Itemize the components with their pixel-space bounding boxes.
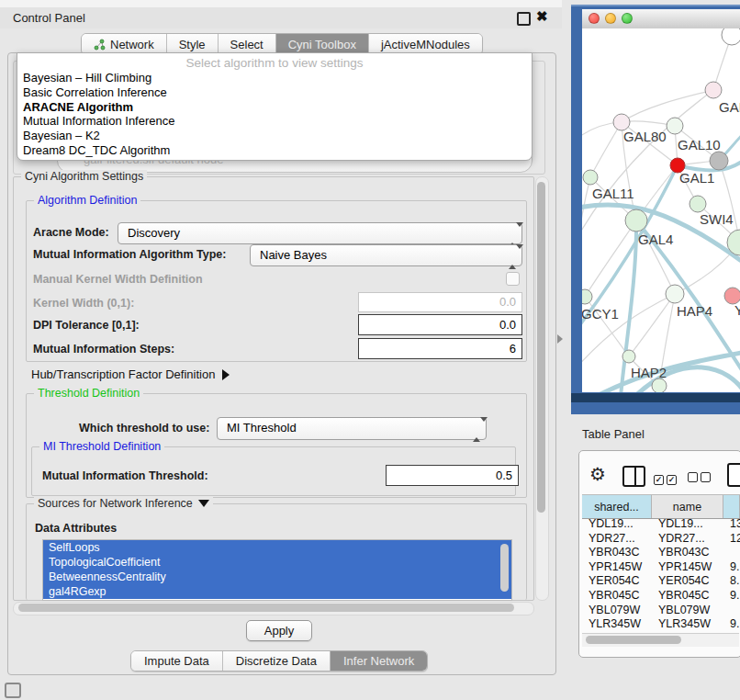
node-label: GAL10 xyxy=(678,137,721,152)
network-view-canvas[interactable]: GAL80 GAL10 GAL1 GAL11 SWI4 GAL4 HAP4 GC… xyxy=(582,28,740,392)
export-table-icon[interactable] xyxy=(727,463,740,487)
node-hap2[interactable] xyxy=(622,350,635,363)
tab-cyni-toolbox[interactable]: Cyni Toolbox xyxy=(276,34,369,54)
table-row[interactable]: YPR145W YPR145W 9. xyxy=(582,560,740,575)
tab-impute-data[interactable]: Impute Data xyxy=(131,651,223,671)
column-header-name[interactable]: name xyxy=(652,495,723,518)
aracne-mode-label: Aracne Mode: xyxy=(33,226,109,239)
node[interactable] xyxy=(722,28,740,45)
node-label: GAL80 xyxy=(623,129,667,144)
close-panel-icon[interactable]: ✖ xyxy=(536,8,548,25)
node-gal11[interactable] xyxy=(583,170,598,185)
aracne-mode-select[interactable]: Discovery xyxy=(118,222,522,244)
select-all-columns-icon[interactable]: ✓✓ xyxy=(654,469,679,486)
mi-type-select[interactable]: Naive Bayes xyxy=(250,244,522,266)
dropdown-item[interactable]: Mutual Information Inference xyxy=(21,114,528,129)
settings-vertical-scrollbar-thumb[interactable] xyxy=(537,182,545,513)
kernel-width-input[interactable]: 0.0 xyxy=(358,292,522,312)
table-row[interactable]: YBR043C YBR043C xyxy=(582,546,740,560)
list-scrollbar[interactable] xyxy=(500,544,509,592)
tab-network-label: Network xyxy=(110,38,154,51)
dpi-tolerance-input[interactable]: 0.0 xyxy=(358,314,522,335)
node-label: GCY1 xyxy=(582,306,619,322)
node-gal10[interactable] xyxy=(667,118,683,134)
tab-network[interactable]: Network xyxy=(82,34,167,54)
column-layout-icon[interactable] xyxy=(622,466,645,487)
data-attributes-label: Data Attributes xyxy=(35,522,117,535)
apply-button[interactable]: Apply xyxy=(246,620,312,641)
node-gal[interactable] xyxy=(705,82,722,98)
deselect-all-columns-icon[interactable] xyxy=(688,469,713,486)
minimize-window-icon[interactable] xyxy=(605,13,616,24)
node-gal4[interactable] xyxy=(625,209,647,231)
tab-select[interactable]: Select xyxy=(219,34,276,54)
settings-horizontal-scrollbar-thumb[interactable] xyxy=(18,604,514,612)
dropdown-item[interactable]: Bayesian – K2 xyxy=(21,129,528,143)
table-settings-gear-icon[interactable]: ⚙ xyxy=(589,463,606,485)
node-label: Y xyxy=(734,302,740,318)
cyni-bottom-tabbar: Impute Data Discretize Data Infer Networ… xyxy=(130,650,428,672)
zoom-window-icon[interactable] xyxy=(622,13,633,24)
list-item[interactable]: SelfLoops xyxy=(43,540,511,555)
column-header-partial[interactable] xyxy=(723,495,740,518)
node-swi4[interactable] xyxy=(690,196,706,212)
table-row[interactable]: YDL19... YDL19... 13 xyxy=(582,517,740,532)
network-graph: GAL80 GAL10 GAL1 GAL11 SWI4 GAL4 HAP4 GC… xyxy=(582,28,740,392)
table-horizontal-scrollbar[interactable] xyxy=(582,633,739,647)
tab-jactivemnodules[interactable]: jActiveMNodules xyxy=(369,34,482,54)
algorithm-dropdown-popup: Select algorithm to view settings Bayesi… xyxy=(17,52,533,161)
close-window-icon[interactable] xyxy=(589,13,600,24)
hub-tf-expander-label: Hub/Transcription Factor Definition xyxy=(31,367,215,381)
expander-expanded-icon xyxy=(198,500,209,507)
table-row[interactable]: YER054C YER054C 8. xyxy=(582,574,740,589)
table-row[interactable]: YDR27... YDR27... 12 xyxy=(582,532,740,547)
table-horizontal-scrollbar-thumb[interactable] xyxy=(586,636,681,644)
node-label: SWI4 xyxy=(700,211,734,227)
node[interactable] xyxy=(652,378,667,392)
table-row[interactable]: YBL079W YBL079W xyxy=(582,604,740,618)
expander-collapsed-icon xyxy=(222,369,230,380)
mi-steps-input[interactable]: 6 xyxy=(358,338,522,359)
table-row[interactable]: YLR345W YLR345W 9. xyxy=(582,617,740,632)
dropdown-item[interactable]: Basic Correlation Inference xyxy=(21,85,528,100)
list-item[interactable]: TopologicalCoefficient xyxy=(43,555,511,570)
algorithm-definition-legend: Algorithm Definition xyxy=(34,194,140,207)
node-hap4[interactable] xyxy=(666,285,684,303)
which-threshold-select[interactable]: MI Threshold xyxy=(217,417,487,440)
sources-legend[interactable]: Sources for Network Inference xyxy=(34,497,213,510)
dropdown-item[interactable]: Bayesian – Hill Climbing xyxy=(21,71,528,85)
node-gcy1[interactable] xyxy=(582,289,592,304)
node-label: GAL11 xyxy=(592,186,634,201)
column-header-shared-name[interactable]: shared... xyxy=(582,495,652,518)
mi-threshold-input[interactable]: 0.5 xyxy=(386,465,519,486)
tab-infer-network[interactable]: Infer Network xyxy=(331,651,427,671)
tab-style[interactable]: Style xyxy=(167,34,219,54)
stepper-arrows-icon xyxy=(509,227,516,243)
dropdown-item-highlighted[interactable]: ARACNE Algorithm xyxy=(21,100,528,115)
hub-tf-expander[interactable]: Hub/Transcription Factor Definition xyxy=(31,367,230,381)
kernel-width-label: Kernel Width (0,1): xyxy=(33,297,134,310)
table-panel-title: Table Panel xyxy=(582,427,645,441)
table-header-row: shared... name xyxy=(582,494,740,519)
data-attributes-list[interactable]: SelfLoops TopologicalCoefficient Between… xyxy=(42,539,512,601)
list-item[interactable]: BetweennessCentrality xyxy=(43,570,511,584)
settings-vertical-scrollbar[interactable] xyxy=(535,176,549,601)
table-row[interactable]: YBR045C YBR045C 9. xyxy=(582,589,740,604)
settings-horizontal-scrollbar[interactable] xyxy=(13,602,534,615)
splitter-collapse-icon[interactable] xyxy=(557,334,563,344)
stepper-arrows-icon xyxy=(509,249,516,265)
cytoscape-screen: Control Panel ✖ Network Style Select Cyn… xyxy=(0,0,740,700)
cyni-settings-legend: Cyni Algorithm Settings xyxy=(21,170,147,183)
tab-discretize-data[interactable]: Discretize Data xyxy=(223,651,331,671)
float-panel-icon[interactable] xyxy=(517,12,531,26)
network-nodes xyxy=(582,28,740,392)
mi-type-label: Mutual Information Algorithm Type: xyxy=(33,248,226,261)
node-label: GAL4 xyxy=(638,231,673,247)
node-gray[interactable] xyxy=(710,152,728,170)
list-item[interactable]: gal4RGexp xyxy=(43,584,511,599)
dropdown-item[interactable]: Dream8 DC_TDC Algorithm xyxy=(21,143,528,158)
manual-kernel-checkbox[interactable] xyxy=(506,272,520,286)
network-window-titlebar[interactable] xyxy=(582,9,740,29)
network-window-frame-highlight xyxy=(571,5,740,6)
restore-panel-icon[interactable] xyxy=(5,683,21,698)
